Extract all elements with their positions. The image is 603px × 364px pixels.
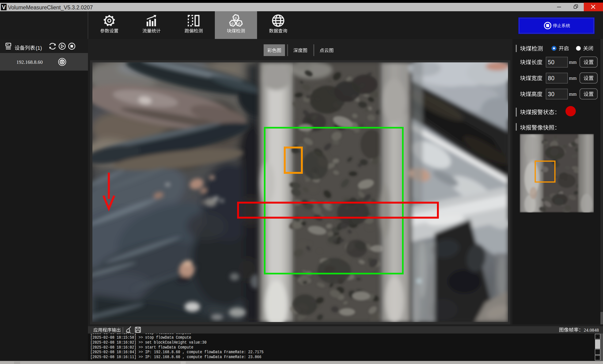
svg-text:mm: mm [569, 75, 577, 81]
svg-text:mm: mm [569, 59, 577, 65]
svg-text:mm: mm [569, 91, 577, 97]
svg-text:[2025-02-08 18:16:11] >> IP: 1: [2025-02-08 18:16:11] >> IP: 192.168.8.6… [90, 355, 261, 359]
svg-text:[2025-02-08 18:16:02] >> start: [2025-02-08 18:16:02] >> start flowData … [90, 345, 193, 350]
svg-text:[2025-02-08 18:16:04] >> IP: 1: [2025-02-08 18:16:04] >> IP: 192.168.8.6… [90, 350, 264, 354]
svg-text:24.0848: 24.0848 [584, 328, 599, 333]
svg-text:[2025-02-08 18:15:58] >> stop: [2025-02-08 18:15:58] >> stop flowData C… [90, 335, 191, 340]
svg-text:VolumeMeasureClient_V5.3.2.020: VolumeMeasureClient_V5.3.2.0207 [8, 4, 93, 11]
svg-text:30: 30 [548, 91, 555, 97]
svg-text:[2025-02-08 18:16:02] >> set b: [2025-02-08 18:16:02] >> set blockCoalHe… [90, 340, 207, 345]
svg-text:80: 80 [548, 75, 555, 81]
svg-text:50: 50 [548, 59, 555, 65]
svg-text:192.168.8.60: 192.168.8.60 [16, 59, 43, 65]
svg-text:(1): (1) [36, 45, 42, 51]
svg-text:V: V [2, 4, 6, 10]
